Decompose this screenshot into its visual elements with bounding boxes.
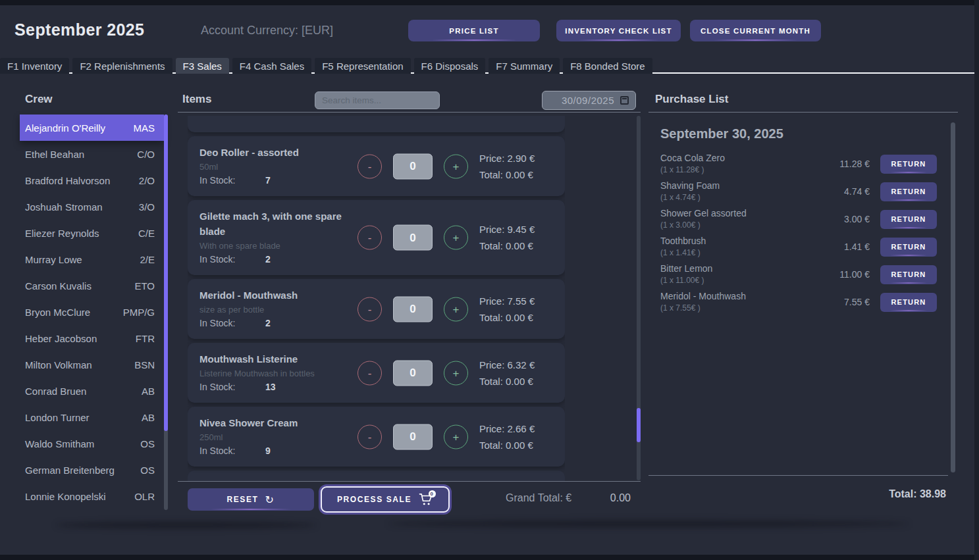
increase-quantity-button[interactable]: + <box>444 424 468 449</box>
increase-quantity-button[interactable]: + <box>444 297 468 321</box>
decrease-quantity-button[interactable]: - <box>357 226 382 250</box>
purchase-entry-name: Shower Gel assorted <box>660 207 817 220</box>
decrease-quantity-button[interactable]: - <box>357 361 382 385</box>
purchase-entry-price: 3.00 € <box>817 214 870 224</box>
crew-member-rank: OS <box>140 465 155 476</box>
crew-member-name: Lonnie Konopelski <box>25 491 106 502</box>
return-button[interactable]: RETURN <box>880 210 937 229</box>
crew-member-row[interactable]: Milton Volkman BSN <box>20 351 164 378</box>
item-price-label: Price: <box>479 295 504 307</box>
item-price-value: 9.45 € <box>508 224 535 235</box>
crew-member-rank: MAS <box>133 122 155 134</box>
item-price-value: 7.55 € <box>508 295 535 307</box>
decrease-quantity-button[interactable]: - <box>357 424 382 449</box>
crew-scrollbar-thumb[interactable] <box>164 115 168 431</box>
crew-member-rank: 3/O <box>139 201 155 213</box>
purchase-entry-detail: (1 x 11.00€ ) <box>660 275 817 286</box>
tab-f6-disposals[interactable]: F6 Disposals <box>414 58 486 74</box>
purchase-date-heading: September 30, 2025 <box>660 126 783 141</box>
purchase-scrollbar[interactable] <box>951 122 955 472</box>
refresh-icon: ↻ <box>265 494 275 506</box>
decrease-quantity-button[interactable]: - <box>357 154 382 178</box>
items-scrollbar[interactable] <box>637 116 641 480</box>
purchase-entry-price: 11.00 € <box>817 269 870 280</box>
page-scrollbar-track[interactable] <box>974 0 979 560</box>
item-card: Nivea Shower Cream 250ml In Stock:9 - 0 … <box>188 407 565 467</box>
purchase-header-divider <box>648 112 958 113</box>
purchase-entry-info: Shaving Foam (1 x 4.74€ ) <box>660 180 817 203</box>
price-list-button[interactable]: PRICE LIST <box>408 20 540 41</box>
item-stock-label: In Stock: <box>199 317 265 330</box>
crew-member-row[interactable]: Conrad Bruen AB <box>20 378 164 404</box>
crew-scrollbar[interactable] <box>164 115 168 510</box>
item-stock-label: In Stock: <box>199 444 265 458</box>
increase-quantity-button[interactable]: + <box>444 226 468 250</box>
crew-member-row[interactable]: Waldo Smitham OS <box>20 430 164 457</box>
crew-member-row[interactable]: Alejandrin O'Reilly MAS <box>20 115 164 141</box>
crew-member-rank: AB <box>142 386 155 397</box>
quantity-input[interactable]: 0 <box>393 296 433 322</box>
purchase-entry: Bitter Lemon (1 x 11.00€ ) 11.00 € RETUR… <box>660 261 937 288</box>
inventory-check-list-button[interactable]: INVENTORY CHECK LIST <box>556 20 681 41</box>
increase-quantity-button[interactable]: + <box>444 154 468 178</box>
close-current-month-button[interactable]: CLOSE CURRENT MONTH <box>690 20 821 41</box>
quantity-controls: - 0 + <box>357 360 468 386</box>
tab-f5-representation[interactable]: F5 Representation <box>315 58 410 74</box>
crew-member-row[interactable]: Ethel Beahan C/O <box>20 141 164 167</box>
purchase-entry-name: Shaving Foam <box>660 180 817 192</box>
crew-member-row[interactable]: Heber Jacobson FTR <box>20 325 164 351</box>
item-card-partial-top <box>188 116 565 132</box>
crew-member-name: Ethel Beahan <box>25 149 84 160</box>
crew-member-name: German Breitenberg <box>25 465 115 476</box>
item-price-row: Price: 6.32 € <box>479 357 535 373</box>
grand-total-row: Grand Total: € 0.00 <box>506 492 631 504</box>
date-picker[interactable]: 30/09/2025 <box>542 91 636 110</box>
crew-member-row[interactable]: Bradford Halvorson 2/O <box>20 167 164 193</box>
search-input[interactable] <box>315 91 440 109</box>
reset-button[interactable]: RESET ↻ <box>188 488 314 511</box>
purchase-total: Total: 38.98 <box>814 488 946 500</box>
crew-member-name: Murray Lowe <box>25 254 82 265</box>
purchase-entry-detail: (1 x 11.28€ ) <box>660 165 817 176</box>
crew-member-row[interactable]: Joshuah Stroman 3/O <box>20 193 164 220</box>
crew-member-row[interactable]: Eliezer Reynolds C/E <box>20 220 164 246</box>
crew-member-row[interactable]: Carson Kuvalis ETO <box>20 272 164 299</box>
return-button[interactable]: RETURN <box>880 155 937 174</box>
crew-member-row[interactable]: Bryon McClure PMP/G <box>20 299 164 325</box>
process-sale-button[interactable]: PROCESS SALE 0 <box>321 486 450 513</box>
return-button[interactable]: RETURN <box>880 293 937 312</box>
quantity-input[interactable]: 0 <box>393 424 433 449</box>
crew-member-rank: OLR <box>134 491 155 502</box>
purchase-entry-info: Meridol - Mouthwash (1 x 7.55€ ) <box>660 290 817 314</box>
increase-quantity-button[interactable]: + <box>444 361 468 385</box>
quantity-input[interactable]: 0 <box>393 225 433 251</box>
crew-member-row[interactable]: London Turner AB <box>20 404 164 430</box>
purchase-entry-name: Coca Cola Zero <box>660 152 817 165</box>
crew-member-row[interactable]: Murray Lowe 2/E <box>20 246 164 272</box>
quantity-input[interactable]: 0 <box>393 360 433 386</box>
tab-f2-replenishments[interactable]: F2 Replenishments <box>72 58 172 74</box>
decrease-quantity-button[interactable]: - <box>357 297 382 321</box>
quantity-input[interactable]: 0 <box>393 153 433 179</box>
item-total-value: 0.00 € <box>506 312 533 323</box>
item-total-label: Total: <box>479 169 503 180</box>
quantity-controls: - 0 + <box>357 296 468 322</box>
purchase-entry-detail: (1 x 4.74€ ) <box>660 192 817 203</box>
purchase-entry: Meridol - Mouthwash (1 x 7.55€ ) 7.55 € … <box>660 288 937 316</box>
item-total-value: 0.00 € <box>506 240 533 251</box>
items-scrollbar-thumb[interactable] <box>637 408 641 442</box>
grand-total-value: 0.00 <box>610 492 631 504</box>
return-button[interactable]: RETURN <box>880 182 937 201</box>
crew-member-row[interactable]: Lonnie Konopelski OLR <box>20 483 164 509</box>
tab-f3-sales[interactable]: F3 Sales <box>176 58 229 74</box>
return-button[interactable]: RETURN <box>880 238 937 257</box>
crew-member-row[interactable]: German Breitenberg OS <box>20 457 164 483</box>
item-card: Gilette mach 3, with one spare blade Wit… <box>188 200 565 275</box>
tab-f1-inventory[interactable]: F1 Inventory <box>0 58 69 74</box>
tab-f4-cash-sales[interactable]: F4 Cash Sales <box>232 58 311 74</box>
cart-badge: 0 <box>429 490 436 497</box>
tab-f7-summary[interactable]: F7 Summary <box>489 58 560 74</box>
crew-member-rank: BSN <box>134 359 155 370</box>
tab-f8-bonded-store[interactable]: F8 Bonded Store <box>563 58 652 74</box>
return-button[interactable]: RETURN <box>880 265 937 284</box>
